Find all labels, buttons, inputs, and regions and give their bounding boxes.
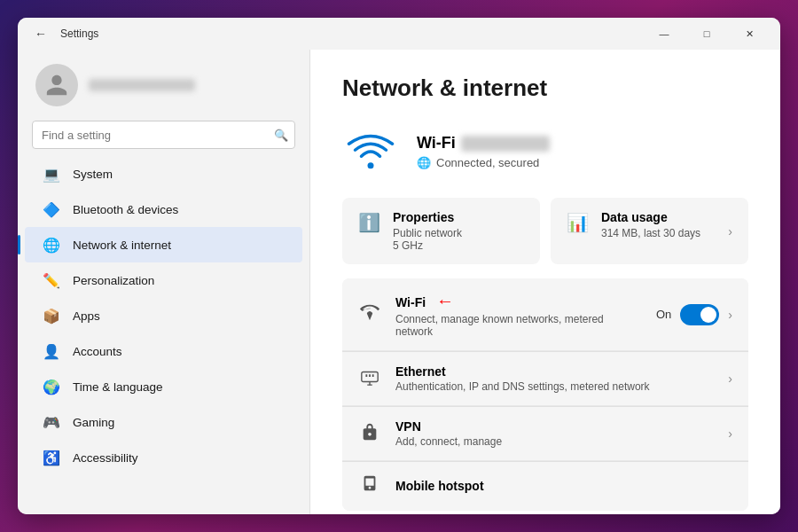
data-usage-title: Data usage: [601, 210, 700, 224]
wifi-list-item[interactable]: Wi-Fi ← Connect, manage known networks, …: [342, 278, 748, 351]
accounts-nav-icon: 👤: [43, 342, 60, 360]
connected-status: 🌐 Connected, secured: [417, 156, 550, 169]
svg-rect-4: [372, 374, 374, 377]
ethernet-item-content: Ethernet Authentication, IP and DNS sett…: [395, 364, 714, 393]
red-arrow-indicator: ←: [436, 291, 454, 311]
data-usage-icon: 📊: [567, 212, 589, 233]
info-cards: ℹ️ Properties Public network 5 GHz 📊 Dat…: [342, 198, 748, 264]
wifi-item-right: On ›: [656, 304, 732, 325]
accessibility-nav-label: Accessibility: [73, 451, 138, 465]
wifi-list-icon: [358, 302, 381, 326]
svg-rect-3: [369, 374, 371, 377]
content-area: 🔍 💻 System 🔷 Bluetooth & devices 🌐 Netwo…: [18, 50, 780, 514]
vpn-icon: [358, 422, 381, 446]
maximize-button[interactable]: □: [686, 20, 727, 48]
user-profile: [18, 50, 309, 117]
wifi-info: Wi-Fi 🌐 Connected, secured: [417, 134, 550, 169]
network-nav-icon: 🌐: [43, 236, 60, 254]
page-title: Network & internet: [342, 74, 748, 102]
wifi-toggle[interactable]: [680, 304, 719, 325]
search-box: 🔍: [32, 121, 295, 149]
ethernet-icon: [358, 367, 381, 391]
sidebar-item-bluetooth[interactable]: 🔷 Bluetooth & devices: [25, 192, 302, 227]
sidebar-item-system[interactable]: 💻 System: [25, 156, 302, 192]
wifi-chevron: ›: [728, 308, 732, 322]
ethernet-item-sub: Authentication, IP and DNS settings, met…: [395, 380, 714, 393]
back-button[interactable]: ←: [28, 21, 53, 46]
time-nav-label: Time & language: [73, 380, 163, 394]
personalization-nav-label: Personalization: [73, 274, 154, 287]
title-bar: ← Settings — □ ✕: [18, 18, 780, 50]
sidebar-item-network[interactable]: 🌐 Network & internet: [25, 227, 302, 262]
sidebar-item-time[interactable]: 🌍 Time & language: [25, 369, 302, 404]
system-nav-icon: 💻: [43, 165, 60, 183]
svg-rect-2: [365, 374, 367, 377]
vpn-item-title: VPN: [395, 419, 714, 434]
wifi-icon-large: [342, 123, 399, 180]
vpn-chevron: ›: [728, 426, 732, 441]
properties-sub2: 5 GHz: [393, 239, 462, 252]
sidebar-item-accessibility[interactable]: ♿ Accessibility: [25, 440, 302, 475]
vpn-item-content: VPN Add, connect, manage: [395, 419, 714, 448]
properties-title: Properties: [393, 210, 462, 224]
settings-window: ← Settings — □ ✕ 🔍: [18, 18, 780, 514]
toggle-knob: [700, 307, 716, 323]
gaming-nav-icon: 🎮: [43, 413, 60, 431]
data-usage-sub: 314 MB, last 30 days: [601, 227, 700, 239]
hotspot-list-item[interactable]: Mobile hotspot: [342, 462, 748, 511]
hotspot-item-content: Mobile hotspot: [395, 479, 732, 495]
window-title: Settings: [60, 27, 98, 40]
data-usage-content: Data usage 314 MB, last 30 days: [601, 210, 700, 239]
info-icon: ℹ️: [358, 212, 380, 233]
ethernet-item-right: ›: [728, 372, 732, 386]
sidebar-item-personalization[interactable]: ✏️ Personalization: [25, 262, 302, 298]
hotspot-item-title: Mobile hotspot: [395, 479, 732, 493]
vpn-list-item[interactable]: VPN Add, connect, manage ›: [342, 407, 748, 461]
close-button[interactable]: ✕: [729, 20, 770, 48]
system-nav-label: System: [73, 168, 113, 181]
wifi-name-row: Wi-Fi: [417, 134, 550, 153]
gaming-nav-label: Gaming: [73, 416, 114, 429]
ethernet-chevron: ›: [728, 372, 732, 386]
properties-card[interactable]: ℹ️ Properties Public network 5 GHz: [342, 198, 540, 264]
accounts-nav-label: Accounts: [73, 345, 122, 358]
properties-content: Properties Public network 5 GHz: [393, 210, 462, 252]
hotspot-icon: [358, 474, 381, 498]
wifi-ssid-blur: [461, 136, 550, 152]
search-input[interactable]: [32, 121, 295, 149]
sidebar-item-accounts[interactable]: 👤 Accounts: [25, 333, 302, 369]
data-usage-chevron: ›: [728, 224, 732, 239]
sidebar: 🔍 💻 System 🔷 Bluetooth & devices 🌐 Netwo…: [18, 50, 310, 514]
main-content: Network & internet Wi-Fi 🌐: [310, 50, 780, 514]
vpn-item-right: ›: [728, 426, 732, 441]
avatar: [35, 64, 78, 106]
data-usage-card[interactable]: 📊 Data usage 314 MB, last 30 days ›: [551, 198, 748, 264]
wifi-item-content: Wi-Fi ← Connect, manage known networks, …: [395, 291, 642, 338]
sidebar-item-apps[interactable]: 📦 Apps: [25, 298, 302, 333]
username-display: [89, 79, 195, 91]
accessibility-nav-icon: ♿: [43, 449, 60, 466]
network-list: Wi-Fi ← Connect, manage known networks, …: [342, 278, 748, 511]
apps-nav-label: Apps: [73, 309, 100, 323]
window-controls: — □ ✕: [644, 20, 770, 48]
bluetooth-nav-label: Bluetooth & devices: [73, 203, 178, 216]
globe-icon: 🌐: [417, 156, 431, 169]
bluetooth-nav-icon: 🔷: [43, 200, 60, 218]
wifi-on-label: On: [656, 308, 671, 321]
wifi-item-sub: Connect, manage known networks, metered …: [395, 313, 642, 338]
svg-point-0: [368, 162, 374, 168]
ethernet-list-item[interactable]: Ethernet Authentication, IP and DNS sett…: [342, 352, 748, 406]
ethernet-item-title: Ethernet: [395, 364, 714, 379]
nav-list: 💻 System 🔷 Bluetooth & devices 🌐 Network…: [18, 156, 309, 475]
properties-sub1: Public network: [393, 227, 462, 239]
vpn-item-sub: Add, connect, manage: [395, 435, 714, 448]
search-icon[interactable]: 🔍: [274, 129, 288, 142]
minimize-button[interactable]: —: [644, 20, 685, 48]
apps-nav-icon: 📦: [43, 307, 60, 325]
network-nav-label: Network & internet: [73, 239, 171, 252]
personalization-nav-icon: ✏️: [43, 271, 60, 289]
wifi-header: Wi-Fi 🌐 Connected, secured: [342, 123, 748, 180]
title-bar-left: ← Settings: [28, 21, 644, 46]
sidebar-item-gaming[interactable]: 🎮 Gaming: [25, 404, 302, 440]
time-nav-icon: 🌍: [43, 378, 60, 395]
